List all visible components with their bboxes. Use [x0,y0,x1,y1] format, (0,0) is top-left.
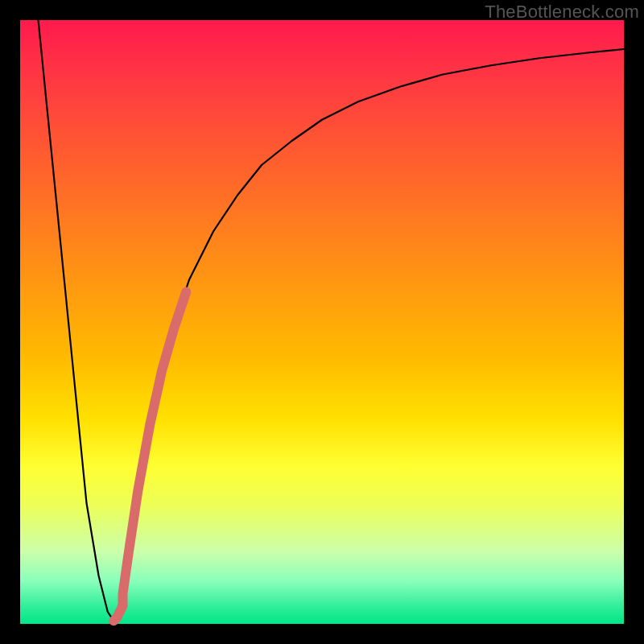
series-container [39,20,625,621]
series-main-curve [39,20,625,621]
chart-frame: TheBottleneck.com [0,0,644,644]
series-highlight-segment [114,292,186,621]
plot-area [20,20,624,624]
chart-svg [20,20,624,624]
